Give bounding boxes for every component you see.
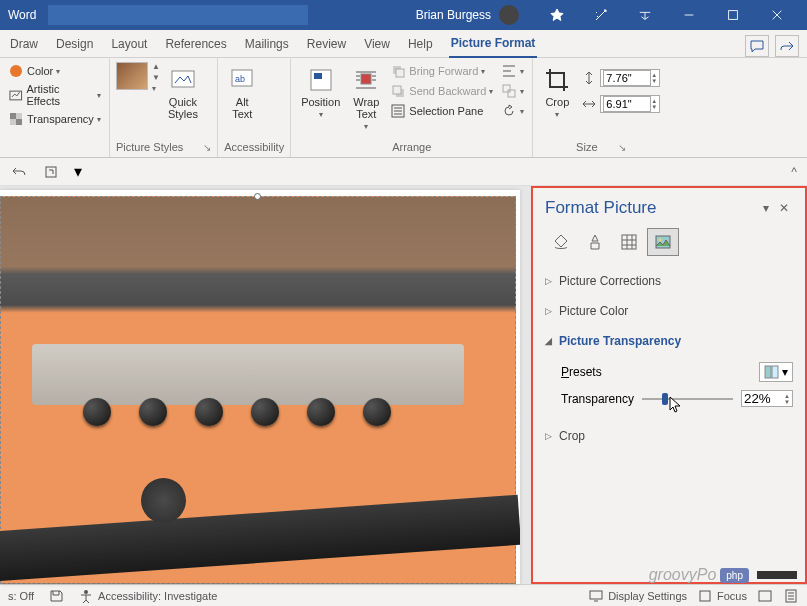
svg-rect-17 — [503, 85, 510, 92]
accessibility-group-label: Accessibility — [224, 141, 284, 153]
resize-handle-top[interactable] — [254, 193, 261, 200]
user-avatar[interactable] — [499, 5, 519, 25]
style-more[interactable]: ▾ — [152, 84, 160, 93]
quick-styles-label: Quick Styles — [168, 96, 198, 120]
alt-text-button[interactable]: ab Alt Text — [224, 62, 260, 124]
undo-button[interactable] — [10, 163, 28, 181]
color-button[interactable]: Color ▾ — [6, 62, 103, 80]
focus-button[interactable]: Focus — [697, 588, 747, 604]
tab-view[interactable]: View — [362, 33, 392, 57]
group-adjust: Color ▾ Artistic Effects ▾ Transparency … — [0, 58, 110, 157]
group-accessibility: ab Alt Text Accessibility — [218, 58, 291, 157]
premium-icon[interactable] — [535, 0, 579, 30]
styles-expand[interactable]: ↘ — [203, 142, 211, 153]
status-bar: s: Off Accessibility: Investigate Displa… — [0, 584, 807, 606]
tab-mailings[interactable]: Mailings — [243, 33, 291, 57]
svg-rect-26 — [590, 591, 602, 599]
selected-picture[interactable] — [0, 196, 516, 584]
group-size: Crop▾ ▲▼ ▲▼ Size ↘ — [533, 58, 668, 157]
style-thumb[interactable] — [116, 62, 148, 90]
format-picture-pane: Format Picture ▾ ✕ ▷Picture Corrections … — [531, 186, 807, 584]
rotate-button[interactable]: ▾ — [499, 102, 526, 120]
pane-tab-fill[interactable] — [545, 228, 577, 256]
transparency-button[interactable]: Transparency ▾ — [6, 110, 103, 128]
tab-references[interactable]: References — [163, 33, 228, 57]
view-print[interactable] — [783, 588, 799, 604]
autosave-status[interactable]: s: Off — [8, 590, 34, 602]
presets-button[interactable]: ▾ — [759, 362, 793, 382]
crop-button[interactable]: Crop▾ — [539, 62, 575, 123]
comments-button[interactable] — [745, 35, 769, 57]
tab-layout[interactable]: Layout — [109, 33, 149, 57]
close-button[interactable] — [755, 0, 799, 30]
user-name[interactable]: Brian Burgess — [416, 8, 491, 22]
quick-styles-button[interactable]: Quick Styles — [164, 62, 202, 124]
section-corrections[interactable]: ▷Picture Corrections — [545, 270, 793, 292]
document-area[interactable] — [0, 186, 531, 584]
pane-tab-effects[interactable] — [579, 228, 611, 256]
accessibility-status[interactable]: Accessibility: Investigate — [78, 588, 217, 604]
presets-label: PPresetsresets — [561, 365, 602, 379]
qat-more[interactable]: ▾ — [74, 162, 82, 181]
width-input[interactable] — [603, 96, 651, 112]
tab-picture-format[interactable]: Picture Format — [449, 32, 538, 58]
effects-label: Artistic Effects — [27, 83, 94, 107]
app-name: Word — [8, 8, 36, 22]
selection-pane-button[interactable]: Selection Pane — [388, 102, 495, 120]
align-button[interactable]: ▾ — [499, 62, 526, 80]
section-transparency[interactable]: ◢Picture Transparency — [545, 330, 793, 352]
section-color[interactable]: ▷Picture Color — [545, 300, 793, 322]
height-down[interactable]: ▼ — [651, 78, 657, 84]
workspace: Format Picture ▾ ✕ ▷Picture Corrections … — [0, 186, 807, 584]
share-button[interactable] — [775, 35, 799, 57]
pane-tab-layout[interactable] — [613, 228, 645, 256]
svg-point-22 — [659, 239, 662, 242]
repeat-button[interactable] — [42, 163, 60, 181]
transp-down[interactable]: ▼ — [784, 399, 790, 405]
svg-rect-18 — [508, 90, 515, 97]
svg-rect-23 — [765, 366, 771, 378]
save-icon[interactable] — [48, 588, 64, 604]
position-button[interactable]: Position▾ — [297, 62, 344, 123]
style-down[interactable]: ▼ — [152, 73, 160, 82]
tab-review[interactable]: Review — [305, 33, 348, 57]
pane-tabs — [533, 224, 805, 266]
wrap-text-button[interactable]: Wrap Text▾ — [348, 62, 384, 135]
height-input[interactable] — [603, 70, 651, 86]
styles-group-label: Picture Styles — [116, 141, 183, 153]
color-label: Color — [27, 65, 53, 77]
view-read[interactable] — [757, 588, 773, 604]
document-title-field[interactable] — [48, 5, 308, 25]
tab-draw[interactable]: Draw — [8, 33, 40, 57]
position-label: Position — [301, 96, 340, 108]
transparency-input[interactable] — [744, 391, 784, 406]
maximize-button[interactable] — [711, 0, 755, 30]
size-expand[interactable]: ↘ — [618, 142, 626, 153]
svg-point-25 — [84, 590, 88, 594]
alt-text-label: Alt Text — [232, 96, 252, 120]
style-up[interactable]: ▲ — [152, 62, 160, 71]
tab-help[interactable]: Help — [406, 33, 435, 57]
tab-design[interactable]: Design — [54, 33, 95, 57]
svg-rect-11 — [361, 74, 371, 84]
svg-rect-6 — [172, 71, 194, 87]
arrange-group-label: Arrange — [392, 141, 431, 153]
display-settings[interactable]: Display Settings — [588, 588, 687, 604]
pane-close[interactable]: ✕ — [775, 201, 793, 215]
minimize-button[interactable] — [667, 0, 711, 30]
wand-icon[interactable] — [579, 0, 623, 30]
size-group-label: Size — [576, 141, 597, 153]
pane-tab-picture[interactable] — [647, 228, 679, 256]
send-backward-button: Send Backward ▾ — [388, 82, 495, 100]
collapse-ribbon[interactable]: ^ — [791, 165, 797, 179]
section-crop[interactable]: ▷Crop — [545, 425, 793, 447]
group-picture-styles: ▲ ▼ ▾ Quick Styles Picture Styles ↘ — [110, 58, 218, 157]
width-down[interactable]: ▼ — [651, 104, 657, 110]
pane-menu[interactable]: ▾ — [757, 201, 775, 215]
height-field-row: ▲▼ — [579, 68, 662, 88]
artistic-effects-button[interactable]: Artistic Effects ▾ — [6, 82, 103, 108]
svg-rect-10 — [314, 73, 322, 79]
transparency-slider[interactable] — [642, 392, 733, 406]
svg-rect-15 — [393, 86, 401, 94]
ribbon-options-icon[interactable] — [623, 0, 667, 30]
